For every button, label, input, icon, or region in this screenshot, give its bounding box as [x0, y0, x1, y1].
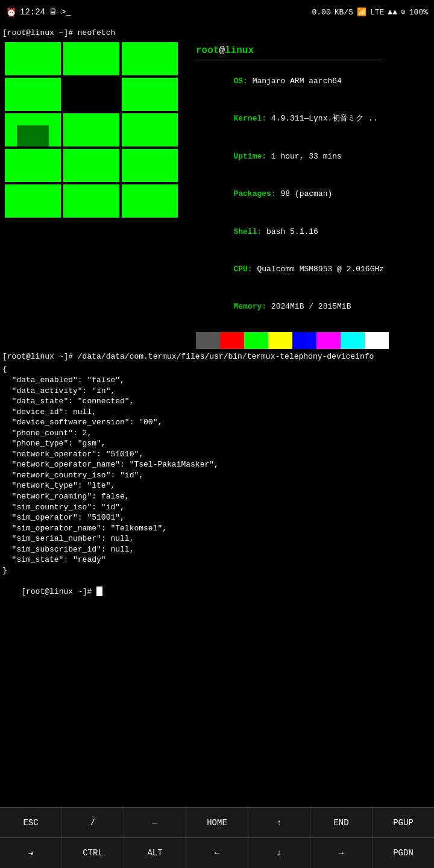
packages-line: Packages: 98 (pacman): [196, 175, 428, 213]
battery-level: 100%: [409, 8, 428, 17]
system-info: root@linux OS: Manjaro ARM aarch64 Kerne…: [192, 41, 432, 351]
signal-bars: ▲▲: [388, 8, 397, 17]
left-arrow-key[interactable]: ←: [186, 838, 248, 868]
hostname-text: linux: [225, 45, 254, 56]
telephony-prompt-line: [root@linux ~]# /data/data/com.termux/fi…: [2, 351, 432, 362]
terminal[interactable]: [root@linux ~]# neofetch: [0, 24, 434, 808]
palette-swatch: [316, 332, 341, 349]
status-bar: ⏰ 12:24 🖥 >_ 0.00 KB/S 📶 LTE ▲▲ ⊙ 100%: [0, 0, 434, 24]
down-arrow-key[interactable]: ↓: [248, 838, 310, 868]
keyboard-bar: ESC/—HOME↑ENDPGUP ⇥CTRLALT←↓→PGDN: [0, 807, 434, 868]
time-display: 12:24: [20, 7, 45, 17]
svg-rect-3: [5, 78, 61, 111]
pgdn-key[interactable]: PGDN: [373, 838, 434, 868]
cpu-value: Qualcomm MSM8953 @ 2.016GHz: [257, 265, 384, 274]
palette-swatch: [220, 332, 244, 349]
palette-swatch: [292, 332, 316, 349]
ctrl-key[interactable]: CTRL: [62, 838, 124, 868]
info-divider: [196, 60, 382, 60]
os-line: OS: Manjaro ARM aarch64: [196, 63, 428, 100]
palette-swatch: [196, 332, 220, 349]
svg-rect-11: [122, 149, 178, 182]
neofetch-output: root@linux OS: Manjaro ARM aarch64 Kerne…: [2, 41, 432, 351]
memory-value: 2024MiB / 2815MiB: [271, 302, 351, 311]
palette-swatch: [341, 332, 365, 349]
clock-icon: ⏰: [6, 7, 16, 17]
svg-rect-1: [63, 42, 119, 75]
kernel-line: Kernel: 4.9.311—Lynx.初音ミク ..: [196, 101, 428, 138]
shell-value: bash 5.1.16: [266, 227, 318, 236]
dash-key[interactable]: —: [124, 808, 186, 837]
keyboard-row-1: ESC/—HOME↑ENDPGUP: [0, 808, 434, 838]
right-arrow-key[interactable]: →: [310, 838, 373, 868]
memory-label: Memory:: [233, 302, 271, 311]
logo-svg: [5, 42, 192, 223]
os-label: OS:: [233, 77, 252, 86]
color-palette: [196, 332, 428, 349]
kernel-label: Kernel:: [233, 114, 271, 123]
keyboard-row-2: ⇥CTRLALT←↓→PGDN: [0, 838, 434, 868]
up-arrow-key[interactable]: ↑: [248, 808, 310, 837]
svg-rect-4: [122, 78, 178, 111]
wifi-icon: 📶: [357, 7, 366, 17]
status-right: 0.00 KB/S 📶 LTE ▲▲ ⊙ 100%: [312, 7, 429, 17]
palette-swatch: [244, 332, 268, 349]
username-display: root@linux: [196, 43, 428, 59]
uptime-label: Uptime:: [233, 152, 271, 161]
uptime-line: Uptime: 1 hour, 33 mins: [196, 138, 428, 175]
svg-rect-2: [122, 42, 178, 75]
status-left: ⏰ 12:24 🖥 >_: [6, 7, 71, 17]
svg-rect-14: [122, 184, 178, 218]
cpu-label: CPU:: [233, 265, 257, 274]
shell-label: Shell:: [233, 227, 266, 236]
pgup-key[interactable]: PGUP: [373, 808, 434, 837]
svg-rect-0: [5, 42, 61, 75]
alt-key[interactable]: ALT: [124, 838, 186, 868]
packages-label: Packages:: [233, 189, 280, 198]
end-key[interactable]: END: [310, 808, 373, 837]
signal-label: LTE: [370, 8, 384, 17]
packages-value: 98 (pacman): [280, 189, 332, 198]
shell-line: Shell: bash 5.1.16: [196, 213, 428, 251]
data-speed: 0.00: [312, 8, 331, 17]
svg-rect-12: [5, 184, 61, 218]
neofetch-prompt-line: [root@linux ~]# neofetch: [2, 28, 432, 39]
svg-rect-9: [5, 149, 61, 182]
final-prompt-line: [root@linux ~]#: [2, 576, 432, 608]
slash-key[interactable]: /: [62, 808, 124, 837]
memory-line: Memory: 2024MiB / 2815MiB: [196, 288, 428, 326]
svg-rect-6: [17, 125, 49, 146]
username-text: root: [196, 45, 219, 56]
terminal-icon: >_: [61, 7, 71, 17]
kernel-value: 4.9.311—Lynx.初音ミク ..: [271, 114, 378, 123]
json-output-block: { "data_enabled": "false", "data_activit…: [2, 364, 432, 576]
palette-swatch: [365, 332, 389, 349]
uptime-value: 1 hour, 33 mins: [271, 152, 342, 161]
svg-rect-7: [63, 113, 119, 146]
terminal-cursor: [96, 587, 102, 596]
os-value: Manjaro ARM aarch64: [253, 77, 342, 86]
svg-rect-8: [122, 113, 178, 146]
cpu-line: CPU: Qualcomm MSM8953 @ 2.016GHz: [196, 251, 428, 288]
battery-icon-small: 🖥: [49, 7, 57, 17]
palette-swatch: [268, 332, 292, 349]
svg-rect-13: [63, 184, 119, 218]
svg-rect-10: [63, 149, 119, 182]
battery-icon: ⊙: [401, 7, 406, 17]
esc-key[interactable]: ESC: [0, 808, 62, 837]
final-prompt-text: [root@linux ~]#: [21, 587, 96, 596]
manjaro-logo: [2, 41, 192, 351]
data-unit: KB/S: [335, 8, 353, 17]
home-key[interactable]: HOME: [186, 808, 248, 837]
tab-key[interactable]: ⇥: [0, 838, 62, 868]
